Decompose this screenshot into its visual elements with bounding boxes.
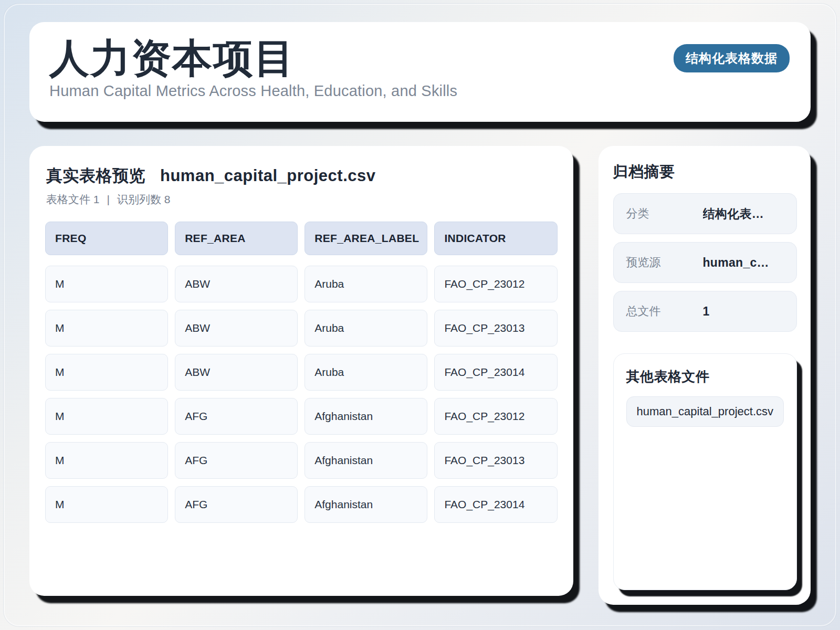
table-header-cell: INDICATOR (434, 222, 557, 255)
preview-meta-files: 表格文件 1 (46, 192, 100, 207)
app-subtitle: Human Capital Metrics Across Health, Edu… (49, 82, 790, 100)
archive-summary-card: 归档摘要 分类 结构化表… 预览源 human_c… 总文件 1 其他表格文件 … (598, 146, 811, 605)
stat-label: 分类 (626, 206, 703, 222)
table-cell: M (45, 310, 168, 346)
table-header-cell: FREQ (45, 222, 168, 255)
preview-heading: 真实表格预览 human_capital_project.csv (45, 165, 558, 187)
table-header-row: FREQ REF_AREA REF_AREA_LABEL INDICATOR (45, 222, 558, 255)
table-cell: ABW (175, 354, 298, 391)
table-header-cell: REF_AREA_LABEL (304, 222, 427, 255)
table-cell: Aruba (304, 310, 427, 346)
page: 人力资本项目 Human Capital Metrics Across Heal… (29, 22, 811, 605)
header-card: 人力资本项目 Human Capital Metrics Across Heal… (29, 22, 811, 122)
table-cell: M (45, 398, 168, 435)
stat-value: 1 (703, 304, 784, 319)
table-cell: M (45, 486, 168, 523)
table-cell: AFG (175, 398, 298, 435)
stat-label: 预览源 (626, 255, 703, 270)
stat-row-category: 分类 结构化表… (613, 193, 797, 234)
table-header-cell: REF_AREA (175, 222, 298, 255)
table-cell: M (45, 442, 168, 479)
preview-title: 真实表格预览 (46, 165, 145, 187)
table-cell: M (45, 354, 168, 391)
table-cell: Aruba (304, 266, 427, 302)
other-files-card: 其他表格文件 human_capital_project.csv (613, 353, 797, 590)
preview-meta: 表格文件 1 | 识别列数 8 (45, 192, 558, 207)
table-cell: AFG (175, 486, 298, 523)
file-chip[interactable]: human_capital_project.csv (626, 396, 784, 427)
other-files-title: 其他表格文件 (626, 368, 784, 386)
table-preview-card: 真实表格预览 human_capital_project.csv 表格文件 1 … (29, 146, 573, 596)
content-row: 真实表格预览 human_capital_project.csv 表格文件 1 … (29, 146, 811, 605)
category-badge: 结构化表格数据 (674, 44, 790, 72)
preview-filename: human_capital_project.csv (160, 166, 376, 185)
stat-row-preview-source: 预览源 human_c… (613, 242, 797, 283)
table-cell: ABW (175, 266, 298, 302)
table-cell: Aruba (304, 354, 427, 391)
table-cell: FAO_CP_23012 (434, 266, 557, 302)
table-cell: M (45, 266, 168, 302)
table-cell: Afghanistan (304, 398, 427, 435)
stat-row-total-files: 总文件 1 (613, 291, 797, 332)
archive-summary-title: 归档摘要 (613, 162, 797, 183)
table-cell: AFG (175, 442, 298, 479)
table-cell: FAO_CP_23013 (434, 310, 557, 346)
table-cell: FAO_CP_23013 (434, 442, 557, 479)
stat-value: 结构化表… (703, 206, 784, 222)
table-cell: Afghanistan (304, 486, 427, 523)
table-cell: Afghanistan (304, 442, 427, 479)
stat-value: human_c… (703, 256, 784, 270)
preview-meta-columns: 识别列数 8 (117, 192, 171, 207)
table-body: M ABW Aruba FAO_CP_23012 M ABW Aruba FAO… (45, 266, 558, 523)
table-cell: FAO_CP_23014 (434, 486, 557, 523)
preview-meta-divider: | (107, 193, 110, 206)
stat-label: 总文件 (626, 303, 703, 319)
table-cell: FAO_CP_23012 (434, 398, 557, 435)
table-cell: FAO_CP_23014 (434, 354, 557, 391)
table-cell: ABW (175, 310, 298, 346)
